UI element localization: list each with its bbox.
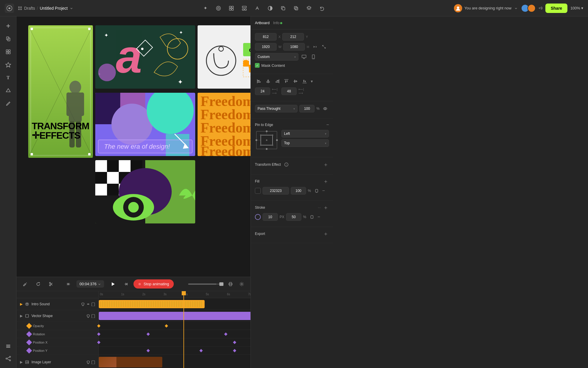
sidebar-item-pages[interactable] [2,33,14,45]
thumb-transform-effects[interactable]: TRANSFORM ✛EFFECTS [28,25,93,158]
preset-dropdown[interactable]: Custom ▾ [255,53,298,61]
layers-tool[interactable] [304,3,314,14]
fill-opacity-input[interactable] [291,187,306,195]
tl-refresh-tool[interactable] [34,280,42,288]
pin-left-dropdown[interactable]: Left▾ [281,130,329,137]
padding2-input[interactable] [281,87,297,95]
w-input[interactable] [255,43,277,51]
tl-forward-tool[interactable] [122,280,130,288]
time-display[interactable]: 00:04:376 [76,280,104,288]
effects-tool[interactable]: ✦ [200,3,211,14]
stroke-more-icon[interactable]: ··· [318,205,321,210]
desktop-icon[interactable] [300,53,308,61]
kf-dot-2[interactable] [165,324,168,327]
ruler-7: 7s [248,293,250,296]
tl-settings-button[interactable] [238,280,246,288]
align-center-h-icon[interactable] [264,77,272,85]
thumb-freedom-text[interactable]: Freedom Freedom Freedom Freedom Freedom [198,93,250,156]
align-right-icon[interactable] [273,77,281,85]
sidebar-item-layers[interactable] [2,340,14,352]
duplicate-tool[interactable] [291,3,301,14]
align-bottom-icon[interactable] [300,77,309,85]
volume-slider-handle[interactable] [219,282,223,286]
kf-posy-dot-1[interactable] [146,349,150,352]
sidebar-item-star[interactable] [2,59,14,71]
padding-left-icon[interactable]: ⟵|⟶ [272,87,280,95]
opacity-eye-icon[interactable] [321,105,329,112]
app-logo[interactable] [5,4,14,13]
fill-add-button[interactable]: ＋ [323,178,329,185]
mobile-icon[interactable] [310,53,317,61]
stroke-opacity-input[interactable] [286,213,301,221]
stroke-remove-icon[interactable]: − [318,214,320,220]
sidebar-item-add[interactable] [2,20,14,32]
breadcrumb-drafts[interactable]: Drafts [24,6,35,11]
kf-rotation-dot-3[interactable] [224,332,227,336]
thumb-abstract-art[interactable]: ✦ ✦ + a ✦ [95,25,195,89]
thumb-eye-design[interactable] [95,160,195,223]
sidebar-item-shape[interactable] [2,85,14,97]
user-avatar[interactable] [454,4,462,12]
padding-input[interactable] [255,87,270,95]
sidebar-item-text[interactable]: T [2,72,14,84]
panel-tab-row: Artboard Info [251,16,333,29]
stroke-color-picker-icon[interactable] [308,213,316,221]
align-left-icon[interactable] [255,77,263,85]
blend-mode-dropdown[interactable]: Pass Throught ▾ [255,105,298,112]
tab-artboard[interactable]: Artboard [255,21,270,25]
tl-edit-tool[interactable] [21,280,29,288]
track-expand-icon[interactable]: ▶ [20,302,23,306]
breadcrumb-project[interactable]: Untitled Project [40,6,68,11]
layout-tool[interactable] [239,3,250,14]
align-more-icon[interactable]: ▾ [311,79,313,84]
thumb-design-board[interactable]: ✕ design [198,25,250,89]
transform-info-icon[interactable]: i [283,161,290,168]
transform-add-button[interactable]: ＋ [323,161,329,168]
contrast-tool[interactable] [265,3,275,14]
expand-icon[interactable] [320,43,328,51]
export-add-button[interactable]: ＋ [323,231,329,237]
opacity-input[interactable] [299,105,315,112]
grid-tool[interactable] [226,3,237,14]
pin-top-dropdown[interactable]: Top▾ [281,139,329,147]
undo-tool[interactable] [317,3,327,14]
y-input[interactable] [282,33,304,41]
pin-collapse-icon[interactable]: − [326,122,329,127]
x-input[interactable] [255,33,277,41]
tl-cut-tool[interactable] [47,280,55,288]
tl-expand-button[interactable] [226,280,235,288]
copy-tool[interactable] [278,3,288,14]
pen-draw-tool[interactable] [252,3,263,14]
fill-color-picker-icon[interactable] [313,187,320,195]
track-image-expand[interactable]: ▶ [20,360,23,364]
kf-posx-dot-2[interactable] [233,341,236,344]
sidebar-item-layout[interactable] [2,46,14,58]
tab-info[interactable]: Info [273,21,282,25]
stop-animating-button[interactable]: Stop animating [133,279,174,289]
pen-tool[interactable] [213,3,224,14]
h-input[interactable] [283,43,305,51]
fill-remove-icon[interactable]: − [322,188,325,193]
thumb-purple-shapes[interactable]: The new era of design! [95,93,195,156]
kf-posy-dot-2[interactable] [199,349,203,352]
fill-color-swatch[interactable] [255,188,261,194]
track-vector-expand[interactable]: ▶ [20,314,23,318]
zoom-control[interactable]: 100% ▾ [570,6,583,10]
timeline-scroll[interactable]: 0s 1s 2s 3s 4s 5s 6s 7s 8s 9s 10s 11s 12… [16,291,250,368]
stroke-add-button[interactable]: ＋ [323,204,329,211]
mask-content-checkbox[interactable]: ✓ [255,63,260,68]
align-middle-v-icon[interactable] [291,77,300,85]
stroke-size-input[interactable] [263,213,278,221]
play-button[interactable] [108,279,118,289]
kf-posy-dot-3[interactable] [233,349,236,352]
sidebar-item-pen[interactable] [2,98,14,110]
fill-color-input[interactable] [263,187,289,195]
link-dimensions-icon[interactable] [311,43,318,51]
padding-top-icon[interactable]: ⟵|⟶ [298,87,306,95]
kf-rotation-dot-2[interactable] [146,332,150,336]
tl-back-tool[interactable] [65,280,73,288]
stroke-color-swatch[interactable] [255,214,261,220]
share-button[interactable]: Share [545,4,567,13]
sidebar-item-share[interactable] [2,353,14,364]
align-top-icon[interactable] [282,77,290,85]
